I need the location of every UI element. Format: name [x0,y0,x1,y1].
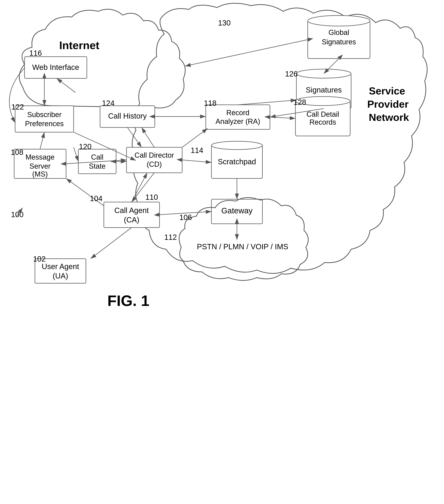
gateway-box: Gateway [212,199,262,224]
record-analyzer-box: Record Analyzer (RA) [206,105,270,129]
svg-text:Gateway: Gateway [221,206,253,215]
svg-text:PSTN / PLMN / VOIP / IMS: PSTN / PLMN / VOIP / IMS [197,242,288,251]
svg-text:Preferences: Preferences [25,120,64,128]
svg-text:FIG. 1: FIG. 1 [107,292,149,309]
svg-rect-21 [206,105,270,129]
svg-text:120: 120 [79,142,91,151]
svg-text:Message: Message [25,153,54,161]
diagram-svg: Internet Service Provider Network Global… [0,0,444,504]
svg-text:110: 110 [145,193,158,201]
svg-text:Network: Network [369,112,409,123]
svg-text:102: 102 [33,255,46,263]
svg-text:State: State [89,162,106,170]
svg-text:124: 124 [102,99,115,107]
svg-text:Service: Service [369,85,405,96]
call-history-box: Call History [100,106,155,127]
svg-text:Analyzer (RA): Analyzer (RA) [215,117,260,126]
svg-text:118: 118 [204,99,216,107]
svg-text:112: 112 [164,233,177,241]
svg-text:100: 100 [11,210,24,219]
svg-text:Call Agent: Call Agent [114,206,149,215]
call-agent-box: Call Agent (CA) [104,202,160,228]
web-interface-box: Web Interface [25,57,87,78]
svg-text:Server: Server [29,162,51,170]
svg-text:(MS): (MS) [32,170,48,178]
svg-text:116: 116 [29,49,42,57]
scratchpad-box: Scratchpad [212,141,262,179]
svg-text:Internet: Internet [59,39,100,51]
svg-text:(CD): (CD) [147,160,162,168]
svg-text:104: 104 [90,194,103,203]
svg-text:Web Interface: Web Interface [32,63,79,71]
svg-text:Signatures: Signatures [306,86,342,94]
svg-text:(CA): (CA) [124,216,139,224]
svg-point-39 [212,141,262,150]
svg-text:108: 108 [11,148,23,156]
svg-text:(UA): (UA) [53,272,68,280]
svg-text:128: 128 [294,98,306,106]
svg-text:126: 126 [285,70,298,78]
svg-text:Global: Global [328,29,349,36]
svg-text:122: 122 [11,103,24,111]
diagram-container: Internet Service Provider Network Global… [0,0,444,504]
svg-text:Call Detail: Call Detail [306,110,339,118]
svg-text:Scratchpad: Scratchpad [218,158,256,166]
svg-text:Provider: Provider [367,98,408,110]
svg-text:130: 130 [218,19,231,27]
svg-text:106: 106 [179,213,192,221]
svg-text:Call: Call [91,153,103,161]
call-state-box: Call State [78,149,116,174]
svg-text:114: 114 [191,146,203,154]
svg-text:Record: Record [226,109,249,117]
svg-text:User Agent: User Agent [42,262,79,270]
svg-text:Subscriber: Subscriber [27,111,62,119]
svg-text:Call Director: Call Director [134,151,174,159]
svg-text:Call History: Call History [108,112,147,120]
global-signatures-box: Global Signatures [308,16,370,58]
svg-text:Signatures: Signatures [322,38,356,46]
svg-point-8 [308,16,370,26]
svg-text:Records: Records [309,118,336,126]
